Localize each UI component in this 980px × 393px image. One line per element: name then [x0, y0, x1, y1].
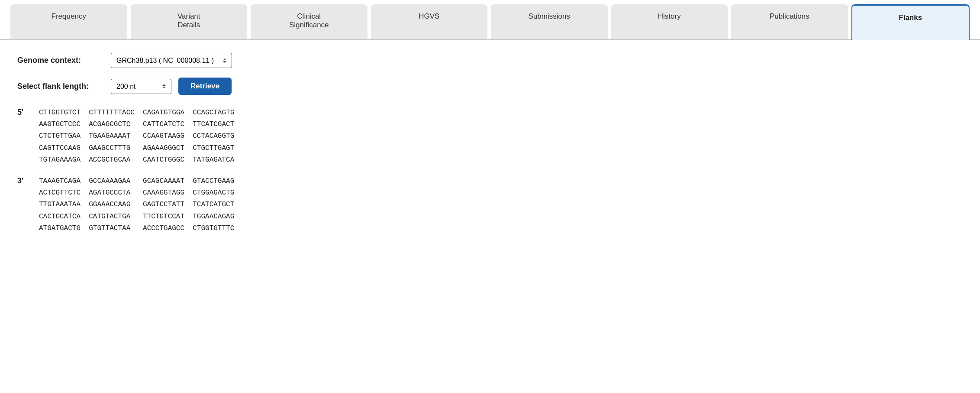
- tab-publications[interactable]: Publications: [731, 4, 848, 39]
- tab-submissions[interactable]: Submissions: [491, 4, 608, 39]
- tab-clinical-significance[interactable]: ClinicalSignificance: [251, 4, 368, 39]
- three-prime-sequence: TAAAGTCAGA GCCAAAAGAA GCAGCAAAAT GTACCTG…: [39, 175, 234, 234]
- genome-context-select[interactable]: GRCh38.p13 ( NC_000008.11 ): [111, 53, 232, 68]
- retrieve-button[interactable]: Retrieve: [178, 78, 232, 95]
- three-prime-row: 3' TAAAGTCAGA GCCAAAAGAA GCAGCAAAAT GTAC…: [17, 175, 963, 234]
- sequence-section: 5' CTTGGTGTCT CTTTTTTTACC CAGATGTGGA CCA…: [17, 107, 963, 234]
- content-area: Genome context: GRCh38.p13 ( NC_000008.1…: [0, 40, 980, 257]
- tab-variant-details[interactable]: VariantDetails: [131, 4, 248, 39]
- flank-length-row: Select flank length: 50 nt 100 nt 200 nt…: [17, 78, 963, 95]
- flank-length-label: Select flank length:: [17, 82, 104, 91]
- flank-length-select[interactable]: 50 nt 100 nt 200 nt 500 nt 1000 nt: [111, 79, 171, 94]
- tab-frequency[interactable]: Frequency: [10, 4, 127, 39]
- three-prime-label: 3': [17, 175, 39, 185]
- five-prime-sequence: CTTGGTGTCT CTTTTTTTACC CAGATGTGGA CCAGCT…: [39, 107, 234, 166]
- five-prime-label: 5': [17, 107, 39, 117]
- tabs-container: Frequency VariantDetails ClinicalSignifi…: [0, 0, 980, 40]
- tab-hgvs[interactable]: HGVS: [371, 4, 488, 39]
- genome-context-row: Genome context: GRCh38.p13 ( NC_000008.1…: [17, 53, 963, 68]
- tab-history[interactable]: History: [611, 4, 728, 39]
- five-prime-row: 5' CTTGGTGTCT CTTTTTTTACC CAGATGTGGA CCA…: [17, 107, 963, 166]
- genome-context-label: Genome context:: [17, 56, 104, 65]
- tab-flanks[interactable]: Flanks: [851, 4, 970, 40]
